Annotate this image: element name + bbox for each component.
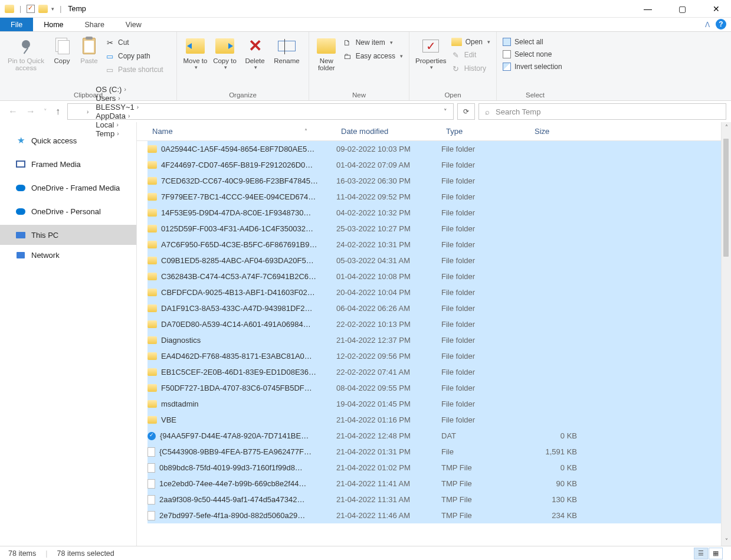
recent-dropdown-icon[interactable]: ˅ <box>44 108 47 116</box>
forward-button[interactable]: → <box>26 106 35 117</box>
file-type: File folder <box>441 384 530 392</box>
properties-button[interactable]: ✓ Properties▾ <box>413 34 449 70</box>
copy-to-button[interactable]: Copy to▾ <box>210 34 240 70</box>
rename-button[interactable]: Rename <box>270 34 303 64</box>
table-row[interactable]: VBE21-04-2022 01:16 PMFile folder <box>147 412 731 428</box>
table-row[interactable]: C362843B-C474-4C53-A74F-7C6941B2C6…01-04… <box>147 268 731 284</box>
table-row[interactable]: 2aa9f308-9c50-4445-9af1-474d5a47342…21-0… <box>147 492 731 507</box>
close-button[interactable]: ✕ <box>707 4 725 14</box>
address-dropdown-icon[interactable]: ˅ <box>444 108 447 116</box>
frame-icon <box>15 159 26 169</box>
view-details-button[interactable]: ☰ <box>694 548 708 559</box>
maximize-button[interactable]: ▢ <box>673 4 691 14</box>
sidebar-item[interactable]: Framed Media <box>0 154 136 174</box>
table-row[interactable]: 7CED632D-CC67-40C9-9E86-F23BF47845…16-03… <box>147 173 731 189</box>
tab-file[interactable]: File <box>0 18 33 31</box>
chevron-right-icon[interactable]: › <box>137 104 139 110</box>
table-row[interactable]: EB1C5CEF-2E0B-46D1-83E9-ED1D08E36…22-02-… <box>147 364 731 380</box>
open-button[interactable]: Open▾ <box>451 38 490 46</box>
paste-button[interactable]: Paste <box>76 34 103 64</box>
new-item-button[interactable]: 🗋New item▾ <box>343 38 403 47</box>
file-type: TMP File <box>441 479 530 488</box>
select-all-button[interactable]: Select all <box>503 38 562 46</box>
pin-to-quick-access-button[interactable]: Pin to Quick access <box>4 34 48 71</box>
table-row[interactable]: F50DF727-1BDA-4707-83C6-0745FB5DF…08-04-… <box>147 380 731 396</box>
folder-icon <box>38 5 48 13</box>
table-row[interactable]: 0b89bdc8-75fd-4019-99d3-7160f1f99d8…21-0… <box>147 460 731 476</box>
file-type: File folder <box>441 240 530 249</box>
sidebar-item[interactable]: Network <box>0 245 136 265</box>
sidebar-item-label: OneDrive - Personal <box>31 207 101 216</box>
delete-button[interactable]: ✕ Delete▾ <box>240 34 270 70</box>
column-name[interactable]: Name˄ <box>147 122 336 140</box>
table-row[interactable]: A7C6F950-F65D-4C3E-B5FC-6F867691B9…24-02… <box>147 237 731 253</box>
scroll-down-icon[interactable]: ˅ <box>722 536 731 546</box>
tab-home[interactable]: Home <box>33 18 74 31</box>
back-button[interactable]: ← <box>8 106 18 117</box>
table-row[interactable]: DA1F91C3-8A53-433C-A47D-943981DF2…06-04-… <box>147 300 731 316</box>
table-row[interactable]: Diagnostics21-04-2022 12:37 PMFile folde… <box>147 332 731 348</box>
cut-button[interactable]: ✂Cut <box>105 38 163 47</box>
history-button[interactable]: ↻History <box>451 64 490 73</box>
table-row[interactable]: 0125D59F-F003-4F31-A4D6-1C4F350032…25-03… <box>147 221 731 237</box>
sidebar-item[interactable]: OneDrive - Personal <box>0 201 136 221</box>
chevron-right-icon[interactable]: › <box>87 109 88 115</box>
breadcrumb-item[interactable]: BLESSY~1 › <box>92 103 142 112</box>
qat-checkbox-icon[interactable] <box>27 5 35 13</box>
view-icons-button[interactable]: ▦ <box>709 548 723 559</box>
up-button[interactable]: ↑ <box>55 106 60 117</box>
tab-view[interactable]: View <box>115 18 152 31</box>
scrollbar[interactable]: ˄ ˅ <box>721 122 731 546</box>
breadcrumb-item[interactable]: OS (C:) › <box>92 85 142 94</box>
sidebar-item-label: Network <box>31 251 60 260</box>
table-row[interactable]: 2e7bd997-5efe-4f1a-890d-882d5060a29…21-0… <box>147 507 731 523</box>
table-row[interactable]: {94AA5F97-D44E-47A8-920A-7D7141BE…21-04-… <box>147 428 731 444</box>
chevron-right-icon[interactable]: › <box>118 95 120 101</box>
copy-path-button[interactable]: ▭Copy path <box>105 51 163 61</box>
table-row[interactable]: 4F244697-CD07-465F-B819-F2912026D0…01-04… <box>147 157 731 173</box>
tab-share[interactable]: Share <box>74 18 115 31</box>
chevron-right-icon[interactable]: › <box>124 86 126 93</box>
table-row[interactable]: 0A25944C-1A5F-4594-8654-E8F7D80AE5…09-02… <box>147 141 731 157</box>
folder-icon <box>147 384 157 392</box>
help-icon[interactable]: ? <box>716 19 726 30</box>
sidebar-item[interactable]: OneDrive - Framed Media <box>0 178 136 198</box>
sidebar-item[interactable]: ★Quick access <box>0 130 136 150</box>
table-row[interactable]: 7F979EE7-7BC1-4CCC-94EE-094CED674…11-04-… <box>147 189 731 205</box>
file-date: 16-03-2022 06:30 PM <box>336 176 441 185</box>
open-icon <box>451 38 462 46</box>
table-row[interactable]: DA70ED80-A539-4C14-A601-491A06984…22-02-… <box>147 316 731 332</box>
sidebar-item[interactable]: This PC <box>0 225 136 245</box>
collapse-ribbon-icon[interactable]: ᐱ <box>702 18 713 31</box>
folder-icon <box>147 257 157 264</box>
table-row[interactable]: 14F53E95-D9D4-47DA-8C0E-1F9348730…04-02-… <box>147 205 731 221</box>
invert-selection-button[interactable]: Invert selection <box>503 63 562 71</box>
copy-button[interactable]: Copy <box>48 34 76 64</box>
minimize-button[interactable]: — <box>639 4 657 14</box>
scroll-up-icon[interactable]: ˄ <box>722 122 731 132</box>
new-folder-button[interactable]: New folder <box>313 34 340 71</box>
breadcrumb-item[interactable]: AppData › <box>92 112 142 120</box>
file-type: File folder <box>441 304 530 313</box>
address-bar[interactable]: › OS (C:) ›Users ›BLESSY~1 ›AppData ›Loc… <box>67 103 454 120</box>
move-to-button[interactable]: Move to▾ <box>181 34 210 70</box>
search-input[interactable]: ⌕ Search Temp <box>478 103 726 120</box>
column-date[interactable]: Date modified <box>336 122 441 140</box>
table-row[interactable]: msdtadmin19-04-2022 01:45 PMFile folder <box>147 396 731 412</box>
edit-button[interactable]: ✎Edit <box>451 50 490 60</box>
column-type[interactable]: Type <box>441 122 530 140</box>
scroll-thumb[interactable] <box>723 139 729 257</box>
qat-dropdown-icon[interactable]: ▾ <box>51 6 54 12</box>
table-row[interactable]: C09B1ED5-8285-4ABC-AF04-693DA20F5…05-03-… <box>147 253 731 268</box>
paste-shortcut-button[interactable]: ▭Paste shortcut <box>105 65 163 74</box>
chevron-right-icon[interactable]: › <box>128 113 130 119</box>
refresh-button[interactable]: ⟳ <box>457 103 475 120</box>
breadcrumb-item[interactable]: Users › <box>92 94 142 103</box>
table-row[interactable]: EA4D462D-F768-4835-8171-E3ABC81A0…12-02-… <box>147 348 731 364</box>
easy-access-button[interactable]: 🗀Easy access▾ <box>343 51 403 61</box>
table-row[interactable]: 1ce2ebd0-74ee-44e7-b99b-669cb8e2f44…21-0… <box>147 476 731 492</box>
column-size[interactable]: Size <box>530 122 582 140</box>
table-row[interactable]: CBFDFCDA-9025-4B13-ABF1-D41603F02…20-04-… <box>147 284 731 300</box>
select-none-button[interactable]: Select none <box>503 50 562 58</box>
table-row[interactable]: {C5443908-9BB9-4FEA-B775-EA962477F…21-04… <box>147 444 731 460</box>
